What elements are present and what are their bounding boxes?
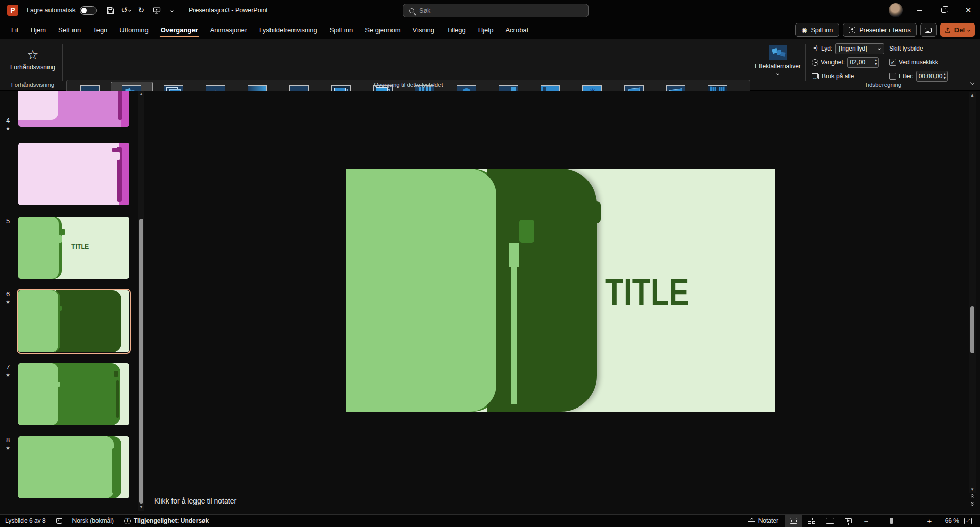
after-option[interactable]: Etter: 00:00,00▴▾ <box>889 70 948 82</box>
slide-title-text[interactable]: TITLE <box>605 271 713 314</box>
collapse-ribbon-chevron-icon <box>970 81 974 85</box>
minimize-button[interactable] <box>908 0 931 20</box>
start-slideshow-button[interactable] <box>150 4 163 17</box>
on-mouse-click-option[interactable]: ✓ Ved museklikk <box>889 57 948 68</box>
tab-overganger[interactable]: Overganger <box>155 22 204 38</box>
slide-thumbnail-4[interactable] <box>18 143 129 205</box>
user-avatar[interactable] <box>889 3 903 17</box>
view-slideshow-button[interactable] <box>840 515 857 527</box>
tab-tillegg[interactable]: Tillegg <box>440 22 472 38</box>
autosave-label: Lagre automatisk <box>27 7 76 14</box>
main-area: 4 ★ 5 TITLE 6 ★ <box>0 91 980 514</box>
quick-access-toolbar: ↺ ↻ <box>104 4 179 17</box>
slide-thumbnail-7[interactable] <box>18 363 129 425</box>
slide-shape-light-green <box>346 169 496 412</box>
after-checkbox[interactable] <box>889 73 896 80</box>
fit-slide-to-window-button[interactable]: ⤢ <box>964 518 972 524</box>
previous-slide-button[interactable] <box>971 494 973 500</box>
slide-counter[interactable]: Lysbilde 6 av 8 <box>0 517 51 524</box>
slideshow-icon <box>153 7 161 14</box>
tab-hjelp[interactable]: Hjelp <box>472 22 500 38</box>
spellcheck-button[interactable] <box>51 518 67 524</box>
tab-hjem[interactable]: Hjem <box>24 22 52 38</box>
comments-button[interactable] <box>920 23 937 37</box>
undo-dropdown-icon[interactable] <box>128 9 131 12</box>
save-button[interactable] <box>104 4 117 17</box>
language-button[interactable]: Norsk (bokmål) <box>67 517 119 524</box>
next-slide-button[interactable] <box>971 501 973 508</box>
after-spinner[interactable]: 00:00,00▴▾ <box>916 71 948 82</box>
tab-fil[interactable]: Fil <box>5 22 24 38</box>
thumbnail-scrollbar[interactable]: ▲ ▼ <box>138 91 144 511</box>
preview-button[interactable]: ☆ Forhåndsvisning <box>7 43 58 77</box>
undo-icon: ↺ <box>121 6 128 15</box>
advance-slide-label: Skift lysbilde <box>889 45 923 52</box>
view-reading-button[interactable] <box>821 515 839 527</box>
spellcheck-icon <box>56 518 62 524</box>
slide-thumbnail-8[interactable] <box>18 436 129 498</box>
on-click-checkbox[interactable]: ✓ <box>889 59 896 66</box>
search-box[interactable] <box>403 4 589 17</box>
tab-tegn[interactable]: Tegn <box>87 22 113 38</box>
tab-acrobat[interactable]: Acrobat <box>499 22 534 38</box>
apply-to-all-button[interactable]: Bruk på alle <box>812 70 884 82</box>
save-icon <box>107 7 114 14</box>
accessibility-button[interactable]: Tilgjengelighet: Undersøk <box>119 517 214 524</box>
undo-button[interactable]: ↺ <box>119 4 133 17</box>
slide-thumbnail-5[interactable]: TITLE <box>18 217 129 279</box>
tab-animasjoner[interactable]: Animasjoner <box>204 22 253 38</box>
zoom-in-button[interactable]: + <box>926 517 933 525</box>
slide-thumbnail-3-partial[interactable] <box>18 91 129 127</box>
slide-shape-dark-green <box>487 169 597 412</box>
notes-toggle-button[interactable]: Notater <box>743 517 783 524</box>
document-title: Presentasjon3 - PowerPoint <box>189 7 268 14</box>
powerpoint-logo-icon: P <box>7 5 18 16</box>
view-normal-button[interactable] <box>785 515 802 527</box>
effect-options-icon <box>769 45 787 60</box>
share-button[interactable]: Del <box>940 23 975 37</box>
thumbnail-scrollbar-thumb[interactable] <box>139 219 143 504</box>
transition-star-icon: ★ <box>6 126 10 131</box>
tab-sett-inn[interactable]: Sett inn <box>52 22 87 38</box>
tab-visning[interactable]: Visning <box>407 22 440 38</box>
canvas-scrollbar[interactable]: ▲ ▼ <box>969 92 976 493</box>
restore-button[interactable] <box>932 0 955 20</box>
tab-se-gjennom[interactable]: Se gjennom <box>359 22 406 38</box>
duration-spinner[interactable]: 02,00▴▾ <box>847 57 879 68</box>
customize-qat-button[interactable] <box>165 4 179 17</box>
notes-splitter[interactable] <box>148 492 966 492</box>
tab-utforming[interactable]: Utforming <box>113 22 154 38</box>
tab-spill-inn[interactable]: Spill inn <box>324 22 359 38</box>
record-button[interactable]: ◉Spill inn <box>795 23 839 37</box>
search-input[interactable] <box>419 7 572 14</box>
scroll-down-icon[interactable]: ▼ <box>970 487 975 492</box>
zoom-slider-thumb[interactable] <box>890 518 893 524</box>
slide-thumbnail-panel: 4 ★ 5 TITLE 6 ★ <box>0 91 146 514</box>
title-bar: P Lagre automatisk ↺ ↻ Presentasjon3 - P… <box>0 0 980 20</box>
zoom-slider[interactable] <box>873 517 922 524</box>
spinner-arrows-icon[interactable]: ▴▾ <box>875 58 877 66</box>
slide-canvas[interactable]: TITLE <box>346 169 775 412</box>
zoom-level[interactable]: 66 % <box>937 517 959 524</box>
notes-placeholder[interactable]: Klikk for å legge til notater <box>154 497 236 505</box>
redo-button[interactable]: ↻ <box>135 4 148 17</box>
reading-view-icon <box>826 518 834 524</box>
language-label: Norsk (bokmål) <box>72 517 114 524</box>
slide-thumbnail-6-selected[interactable] <box>18 290 129 352</box>
autosave-toggle[interactable] <box>80 6 97 15</box>
canvas-scrollbar-thumb[interactable] <box>970 306 974 353</box>
sound-dropdown[interactable]: [Ingen lyd] <box>835 43 884 54</box>
close-button[interactable]: ✕ <box>957 0 980 20</box>
view-slide-sorter-button[interactable] <box>803 515 820 527</box>
present-in-teams-button[interactable]: Presenter i Teams <box>843 23 917 37</box>
scroll-up-icon[interactable]: ▲ <box>970 93 975 98</box>
transition-star-icon: ★ <box>6 299 10 305</box>
zoom-out-button[interactable]: − <box>863 517 869 525</box>
spinner-arrows-icon[interactable]: ▴▾ <box>944 72 946 80</box>
scroll-down-icon[interactable]: ▼ <box>139 505 144 510</box>
advance-slide-group: Skift lysbilde ✓ Ved museklikk Etter: 00… <box>889 43 948 84</box>
collapse-ribbon-button[interactable] <box>971 77 974 86</box>
scroll-up-icon[interactable]: ▲ <box>139 92 144 97</box>
tab-lysbildefremvisning[interactable]: Lysbildefremvisning <box>253 22 324 38</box>
effect-options-button[interactable]: Effektalternativer <box>754 43 801 86</box>
